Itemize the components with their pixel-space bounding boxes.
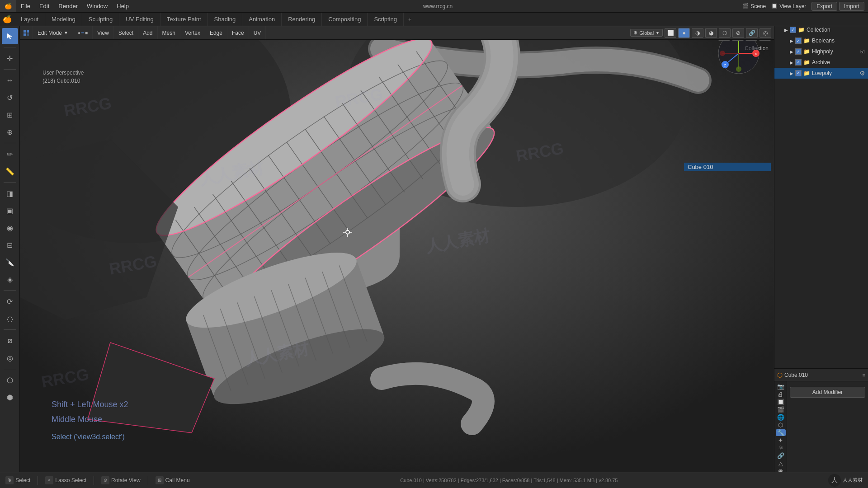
outliner-item-booleans[interactable]: ▶ ✓ 📁 Booleans: [774, 35, 868, 46]
solid-mode-btn[interactable]: ●: [678, 28, 690, 38]
tool-spin[interactable]: ⟳: [2, 293, 18, 310]
collection-label: Collection: [807, 27, 830, 33]
face-mode-icon[interactable]: ■: [85, 30, 88, 35]
tool-shrink-flatten[interactable]: ⬡: [2, 372, 18, 388]
outliner-item-archive[interactable]: ▶ ✓ 📁 Archive: [774, 57, 868, 68]
view-menu[interactable]: View: [93, 26, 114, 39]
mouse-left-icon: 🖱: [5, 476, 14, 484]
vertex-mode-icon[interactable]: ●: [78, 30, 80, 35]
tool-push-pull[interactable]: ⬢: [2, 389, 18, 405]
tool-select[interactable]: [2, 28, 18, 44]
tool-knife[interactable]: 🔪: [2, 254, 18, 270]
booleans-visibility-checkbox[interactable]: ✓: [795, 38, 802, 44]
prop-render-btn[interactable]: 📷: [776, 383, 786, 390]
stats-text: Cube.010 | Verts:258/782 | Edges:273/1,6…: [400, 478, 618, 483]
tab-rendering[interactable]: Rendering: [282, 13, 322, 26]
edge-menu[interactable]: Edge: [205, 26, 227, 39]
highpoly-label: Highpoly: [812, 48, 833, 55]
blender-logo-menu[interactable]: 🍊: [0, 0, 16, 12]
properties-main: Add Modifier: [787, 381, 868, 472]
scene-label[interactable]: Scene: [750, 3, 766, 9]
tool-annotate[interactable]: ✏: [2, 146, 18, 162]
tool-rotate[interactable]: ↺: [2, 89, 18, 106]
prop-particles-btn[interactable]: ✦: [776, 437, 786, 444]
tool-transform[interactable]: ⊕: [2, 124, 18, 140]
edge-mode-icon[interactable]: ━: [81, 30, 84, 35]
prop-output-btn[interactable]: 🖨: [776, 391, 786, 398]
tab-shading[interactable]: Shading: [208, 13, 243, 26]
prop-scene-btn[interactable]: 🎬: [776, 406, 786, 413]
render-mode-btn[interactable]: ◕: [705, 28, 717, 38]
material-mode-btn[interactable]: ◑: [692, 28, 703, 38]
toolbar-separator-1: [4, 47, 16, 47]
xray-toggle[interactable]: ⊘: [732, 28, 744, 38]
tool-inset[interactable]: ▣: [2, 202, 18, 219]
svg-rect-0: [24, 30, 26, 33]
mode-selector[interactable]: Edit Mode ▼: [33, 26, 73, 39]
main-viewport[interactable]: RRCG 人人素材 RRCG 人人素材 RRCG 人人素材 RRCG RRCG …: [20, 26, 774, 472]
lowpoly-visibility-checkbox[interactable]: ✓: [795, 70, 802, 76]
tab-uv-editing[interactable]: UV Editing: [119, 13, 160, 26]
view-layer-label[interactable]: View Layer: [779, 3, 806, 9]
select-menu[interactable]: Select: [114, 26, 138, 39]
tab-compositing[interactable]: Compositing: [322, 13, 368, 26]
tab-animation[interactable]: Animation: [242, 13, 282, 26]
highpoly-visibility-checkbox[interactable]: ✓: [795, 48, 802, 55]
wireframe-mode-btn[interactable]: ⬜: [665, 28, 676, 38]
export-button[interactable]: Export: [811, 2, 837, 11]
status-select: 🖱 Select: [4, 476, 32, 484]
tool-poly-build[interactable]: ◈: [2, 271, 18, 287]
prop-physics-btn[interactable]: ⚛: [776, 445, 786, 451]
menu-render[interactable]: Render: [54, 0, 82, 12]
prop-data-btn[interactable]: △: [776, 460, 786, 467]
archive-visibility-checkbox[interactable]: ✓: [795, 59, 802, 66]
properties-panel: ⬡ Cube.010 ≡ 📷 🖨 🔲 🎬 🌐 ⬡ 🔧 ✦ ⚛ 🔗 △ ◉: [774, 368, 868, 472]
tab-sculpting[interactable]: Sculpting: [82, 13, 119, 26]
tool-extrude[interactable]: ◨: [2, 185, 18, 202]
tab-modeling[interactable]: Modeling: [45, 13, 82, 26]
menu-file[interactable]: File: [16, 0, 35, 12]
menu-help[interactable]: Help: [112, 0, 133, 12]
proportional-edit[interactable]: ◎: [760, 28, 771, 38]
tool-loop-cut[interactable]: ⊟: [2, 237, 18, 253]
properties-options-icon[interactable]: ≡: [863, 372, 865, 378]
tool-cursor[interactable]: ✛: [2, 50, 18, 66]
archive-label: Archive: [812, 59, 830, 66]
add-modifier-button[interactable]: Add Modifier: [790, 387, 865, 398]
mode-type-icon[interactable]: [20, 26, 33, 39]
menu-window[interactable]: Window: [82, 0, 112, 12]
view-type-icons[interactable]: ● ━ ■: [73, 26, 93, 39]
tool-shear[interactable]: ⧄: [2, 333, 18, 349]
tool-move[interactable]: ↔: [2, 72, 18, 89]
tab-texture-paint[interactable]: Texture Paint: [160, 13, 208, 26]
top-right-buttons: 🎬 Scene 🔲 View Layer Export Import: [742, 2, 868, 11]
prop-object-btn[interactable]: ⬡: [776, 422, 786, 428]
tool-smooth[interactable]: ◌: [2, 310, 18, 327]
outliner-item-highpoly[interactable]: ▶ ✓ 📁 Highpoly 51: [774, 46, 868, 57]
tool-to-sphere[interactable]: ◎: [2, 350, 18, 366]
collection-visibility-checkbox[interactable]: ✓: [790, 27, 796, 33]
highpoly-icon: 📁: [803, 48, 810, 55]
prop-view-layer-btn[interactable]: 🔲: [776, 399, 786, 405]
prop-world-btn[interactable]: 🌐: [776, 414, 786, 421]
menu-edit[interactable]: Edit: [35, 0, 54, 12]
tool-scale[interactable]: ⊞: [2, 107, 18, 123]
prop-constraints-btn[interactable]: 🔗: [776, 452, 786, 459]
tab-layout[interactable]: Layout: [14, 13, 45, 26]
snap-toggle[interactable]: 🔗: [746, 28, 758, 38]
tool-measure[interactable]: 📏: [2, 163, 18, 179]
prop-modifier-btn[interactable]: 🔧: [776, 429, 786, 436]
add-menu[interactable]: Add: [138, 26, 157, 39]
import-button[interactable]: Import: [839, 2, 864, 11]
overlay-toggle[interactable]: ⬡: [719, 28, 731, 38]
vertex-menu[interactable]: Vertex: [180, 26, 205, 39]
add-workspace-button[interactable]: +: [404, 16, 416, 23]
face-menu[interactable]: Face: [227, 26, 249, 39]
transform-selector[interactable]: ⊕ Global ▼: [630, 29, 663, 37]
tool-bevel[interactable]: ◉: [2, 220, 18, 236]
tab-scripting[interactable]: Scripting: [368, 13, 404, 26]
logo-area: 人 人人素材: [826, 474, 864, 487]
mesh-menu[interactable]: Mesh: [158, 26, 180, 39]
outliner-item-lowpoly[interactable]: ▶ ✓ 📁 Lowpoly ⚙: [774, 68, 868, 79]
uv-menu[interactable]: UV: [249, 26, 266, 39]
